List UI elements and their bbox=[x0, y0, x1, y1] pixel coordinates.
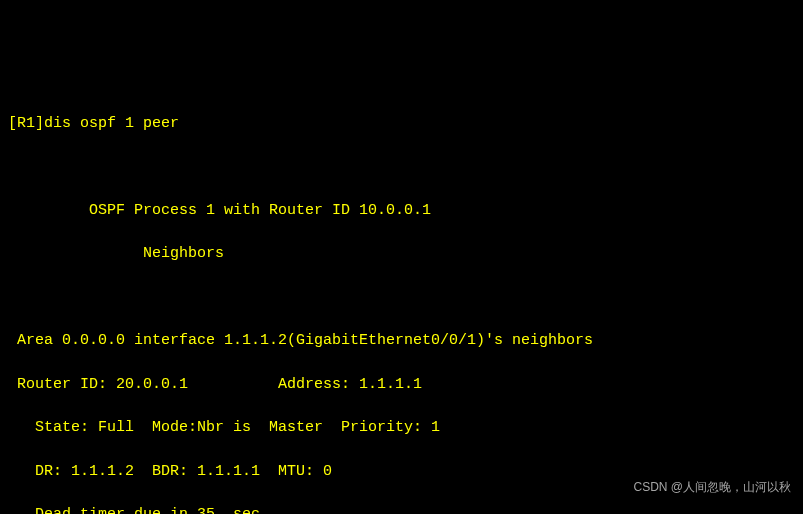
watermark-text: CSDN @人间忽晚，山河以秋 bbox=[633, 479, 791, 496]
ospf-header: OSPF Process 1 with Router ID 10.0.0.1 bbox=[8, 200, 795, 222]
command-prompt: [R1]dis ospf 1 peer bbox=[8, 113, 795, 135]
terminal-output[interactable]: [R1]dis ospf 1 peer OSPF Process 1 with … bbox=[8, 91, 795, 514]
state-line: State: Full Mode:Nbr is Master Priority:… bbox=[8, 417, 795, 439]
router-id-line: Router ID: 20.0.0.1 Address: 1.1.1.1 bbox=[8, 374, 795, 396]
area-interface-line: Area 0.0.0.0 interface 1.1.1.2(GigabitEt… bbox=[8, 330, 795, 352]
neighbors-heading: Neighbors bbox=[8, 243, 795, 265]
blank-line bbox=[8, 287, 795, 309]
dead-timer-line: Dead timer due in 35 sec bbox=[8, 504, 795, 514]
blank-line bbox=[8, 156, 795, 178]
